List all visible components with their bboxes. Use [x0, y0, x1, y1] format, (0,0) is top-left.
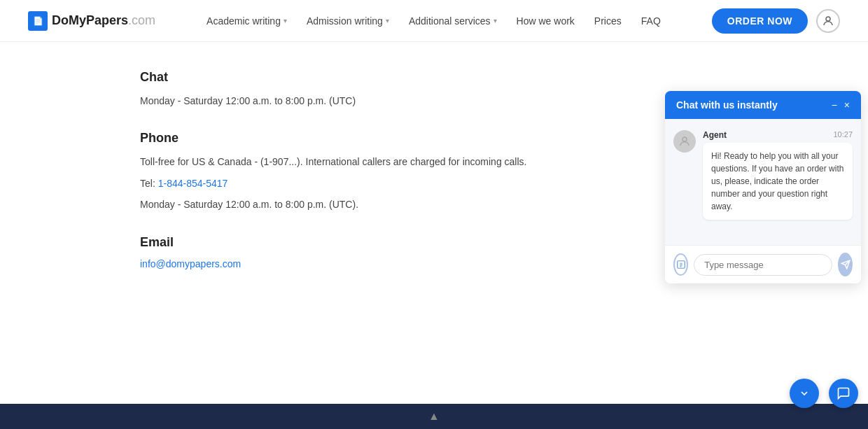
chat-body: Agent 10:27 Hi! Ready to help you with a…: [665, 119, 861, 245]
chat-time: 10:27: [833, 130, 853, 140]
nav-item-prices[interactable]: Prices: [594, 15, 622, 27]
chat-message: Agent 10:27 Hi! Ready to help you with a…: [673, 130, 853, 220]
chat-bubble-wrap: Agent 10:27 Hi! Ready to help you with a…: [703, 130, 853, 220]
header: 📄 DoMyPapers.com Academic writing ▾ Admi…: [0, 0, 868, 42]
chat-widget: Chat with us instantly − × Agent 10:27 H…: [665, 91, 861, 283]
nav-item-admission-writing[interactable]: Admission writing ▾: [307, 15, 389, 27]
phone-tel-label: Tel:: [140, 178, 155, 189]
email-section-title: Email: [140, 235, 658, 250]
chevron-down-icon: ▾: [386, 17, 389, 24]
nav-item-academic-writing[interactable]: Academic writing ▾: [206, 15, 287, 27]
email-link[interactable]: info@domypapers.com: [140, 258, 241, 269]
chat-header-actions: − ×: [832, 100, 850, 110]
contact-content: Chat Monday - Saturday 12:00 a.m. to 8:0…: [140, 70, 658, 364]
logo-icon: 📄: [28, 11, 48, 31]
phone-hours: Monday - Saturday 12:00 a.m. to 8:00 p.m…: [140, 197, 658, 212]
chat-widget-header: Chat with us instantly − ×: [665, 91, 861, 119]
header-actions: ORDER NOW: [712, 8, 840, 34]
svg-point-1: [682, 137, 687, 141]
chat-message-bubble: Hi! Ready to help you with all your ques…: [703, 143, 853, 220]
logo[interactable]: 📄 DoMyPapers.com: [28, 11, 155, 31]
user-icon[interactable]: [816, 9, 840, 33]
main-nav: Academic writing ▾ Admission writing ▾ A…: [206, 15, 661, 27]
svg-point-0: [826, 17, 830, 21]
nav-item-faq[interactable]: FAQ: [641, 15, 661, 27]
phone-tel-row: Tel: 1-844-854-5417: [140, 176, 658, 191]
chevron-down-icon: ▾: [284, 17, 287, 24]
avatar: [673, 130, 696, 153]
chat-send-button[interactable]: [838, 253, 853, 276]
chat-attach-button[interactable]: [673, 253, 688, 276]
phone-description: Toll-free for US & Canada - (1-907...). …: [140, 154, 658, 169]
chat-section: Chat Monday - Saturday 12:00 a.m. to 8:0…: [140, 70, 658, 108]
chat-agent-name: Agent: [703, 130, 727, 140]
phone-tel-link[interactable]: 1-844-854-5417: [158, 178, 228, 189]
email-section: Email info@domypapers.com: [140, 235, 658, 269]
chat-minimize-button[interactable]: −: [832, 100, 837, 110]
chat-widget-title: Chat with us instantly: [676, 99, 778, 111]
chat-input-row: [665, 245, 861, 283]
logo-text-main: DoMyPapers.com: [52, 13, 155, 28]
chat-hours: Monday - Saturday 12:00 a.m. to 8:00 p.m…: [140, 93, 658, 108]
phone-section-title: Phone: [140, 131, 658, 146]
chevron-down-icon: ▾: [493, 17, 497, 24]
chat-message-input[interactable]: [694, 254, 832, 276]
phone-section: Phone Toll-free for US & Canada - (1-907…: [140, 131, 658, 212]
nav-item-additional-services[interactable]: Additional services ▾: [409, 15, 497, 27]
nav-item-how-we-work[interactable]: How we work: [517, 15, 575, 27]
chat-close-button[interactable]: ×: [844, 100, 850, 110]
chat-bubble-meta: Agent 10:27: [703, 130, 853, 140]
chat-section-title: Chat: [140, 70, 658, 85]
order-now-button[interactable]: ORDER NOW: [712, 8, 808, 34]
